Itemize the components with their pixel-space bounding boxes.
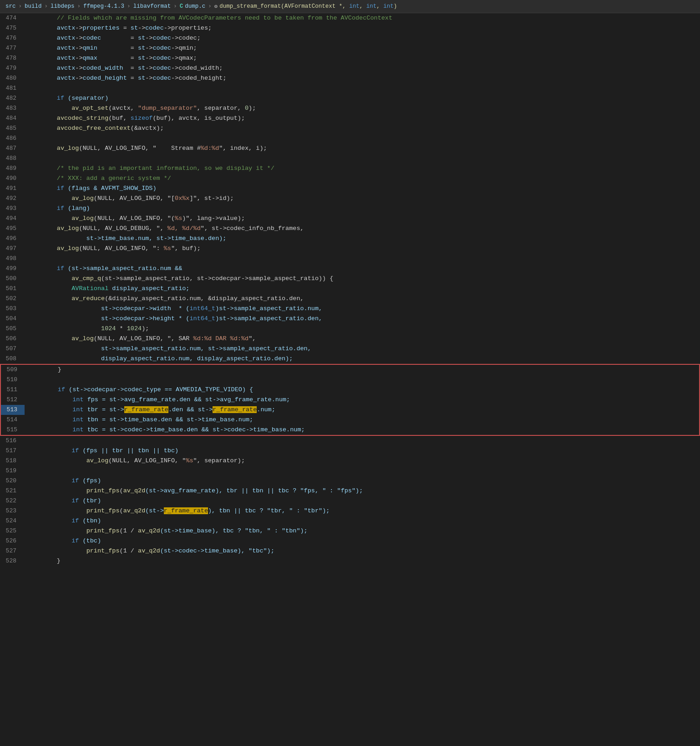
token: = [127, 45, 138, 51]
line-content-521[interactable]: print_fps(av_q2d(st->avg_frame_rate), tb… [24, 486, 700, 496]
line-content-480[interactable]: avctx->coded_height = st->codec->coded_h… [24, 73, 700, 83]
token: (lang) [64, 205, 90, 212]
line-content-483[interactable]: av_opt_set(avctx, "dump_separator", sepa… [24, 103, 700, 113]
line-content-498[interactable] [24, 254, 700, 264]
token: ); [249, 105, 256, 112]
code-line-478: 478 avctx->qmax = st->codec->qmax; [0, 53, 700, 63]
line-content-503[interactable]: st->codecpar->width * (int64_t)st->sampl… [24, 304, 700, 314]
line-content-489[interactable]: /* the pid is an important information, … [24, 164, 700, 174]
line-number-515: 515 [1, 425, 25, 435]
line-content-511[interactable]: if (st->codecpar->codec_type == AVMEDIA_… [25, 385, 699, 395]
line-content-510[interactable] [25, 375, 699, 385]
line-content-505[interactable]: 1024 * 1024); [24, 324, 700, 334]
line-number-494: 494 [0, 214, 24, 224]
token: -> [75, 75, 82, 82]
line-content-487[interactable]: av_log(NULL, AV_LOG_INFO, " Stream #%d:%… [24, 143, 700, 153]
token [27, 145, 57, 152]
function-symbol: ⊙ [214, 3, 218, 10]
line-content-484[interactable]: avcodec_string(buf, sizeof(buf), avctx, … [24, 113, 700, 123]
breadcrumb-libavformat[interactable]: libavformat [133, 3, 171, 10]
line-content-522[interactable]: if (tbr) [24, 496, 700, 506]
line-content-488[interactable] [24, 153, 700, 164]
breadcrumb-file[interactable]: dump.c [185, 3, 205, 10]
breadcrumb-src[interactable]: src [5, 3, 16, 10]
line-content-506[interactable]: av_log(NULL, AV_LOG_INFO, ", SAR %d:%d D… [24, 334, 700, 344]
code-line-509: 509 } [0, 364, 700, 375]
token [27, 215, 71, 222]
line-content-525[interactable]: print_fps(1 / av_q2d(st->time_base), tbc… [24, 526, 700, 536]
line-content-495[interactable]: av_log(NULL, AV_LOG_DEBUG, ", %d, %d/%d"… [24, 224, 700, 234]
line-content-523[interactable]: print_fps(av_q2d(st->r_frame_rate), tbn … [24, 506, 700, 516]
token: (separator) [64, 95, 108, 102]
line-content-479[interactable]: avctx->coded_width = st->codec->coded_wi… [24, 63, 700, 73]
token: avcodec_free_context [57, 125, 131, 132]
token: qmin; [178, 45, 197, 51]
line-content-476[interactable]: avctx->codec = st->codec->codec; [24, 33, 700, 43]
breadcrumb-libdeps[interactable]: libdeps [51, 3, 75, 10]
line-content-502[interactable]: av_reduce(&display_aspect_ratio.num, &di… [24, 294, 700, 304]
line-content-491[interactable]: if (flags & AVFMT_SHOW_IDS) [24, 184, 700, 194]
line-content-501[interactable]: AVRational display_aspect_ratio; [24, 284, 700, 294]
line-number-514: 514 [1, 415, 25, 425]
line-content-486[interactable] [24, 133, 700, 143]
code-line-495: 495 av_log(NULL, AV_LOG_DEBUG, ", %d, %d… [0, 224, 700, 234]
line-content-504[interactable]: st->codecpar->height * (int64_t)st->samp… [24, 314, 700, 324]
token: (tbr) [79, 497, 101, 504]
line-content-507[interactable]: st->sample_aspect_ratio.num, st->sample_… [24, 344, 700, 354]
line-content-497[interactable]: av_log(NULL, AV_LOG_INFO, ": %s", buf); [24, 244, 700, 254]
code-line-491: 491 if (flags & AVFMT_SHOW_IDS) [0, 184, 700, 194]
line-content-478[interactable]: avctx->qmax = st->codec->qmax; [24, 53, 700, 63]
line-content-493[interactable]: if (lang) [24, 204, 700, 214]
token: coded_height [83, 75, 127, 82]
code-line-504: 504 st->codecpar->height * (int64_t)st->… [0, 314, 700, 324]
token: )st->sample_aspect_ratio.den, [215, 315, 322, 322]
line-content-508[interactable]: display_aspect_ratio.num, display_aspect… [24, 354, 700, 364]
token [28, 416, 72, 423]
line-content-527[interactable]: print_fps(1 / av_q2d(st->codec->time_bas… [24, 546, 700, 556]
token: = [127, 55, 138, 61]
line-content-496[interactable]: st->time_base.num, st->time_base.den); [24, 234, 700, 244]
token: %d:%d [193, 335, 212, 342]
line-content-519[interactable] [24, 466, 700, 476]
line-number-496: 496 [0, 234, 24, 244]
token: st [138, 75, 145, 82]
token: av_q2d [123, 507, 146, 514]
function-name: dump_stream_format(AVFormatContext *, in… [219, 3, 397, 10]
line-content-490[interactable]: /* XXX: add a generic system */ [24, 174, 700, 184]
line-number-480: 480 [0, 73, 24, 83]
line-content-514[interactable]: int tbn = st->time_base.den && st->time_… [25, 415, 699, 425]
token: avcodec_string [57, 115, 108, 122]
line-content-526[interactable]: if (tbc) [24, 536, 700, 546]
line-content-513[interactable]: int tbr = st->r_frame_rate.den && st->r_… [25, 405, 699, 415]
line-content-509[interactable]: } [25, 365, 699, 375]
line-content-524[interactable]: if (tbn) [24, 516, 700, 526]
token: 0 [245, 105, 249, 112]
line-content-517[interactable]: if (fps || tbr || tbn || tbc) [24, 446, 700, 456]
breadcrumb-ffmpeg[interactable]: ffmpeg-4.1.3 [83, 3, 124, 10]
line-content-482[interactable]: if (separator) [24, 93, 700, 103]
token: av_log [57, 225, 79, 232]
token [27, 125, 57, 132]
code-line-488: 488 [0, 153, 700, 164]
line-content-518[interactable]: av_log(NULL, AV_LOG_INFO, "%s", separato… [24, 456, 700, 466]
line-content-485[interactable]: avcodec_free_context(&avctx); [24, 123, 700, 133]
line-content-515[interactable]: int tbc = st->codec->time_base.den && st… [25, 425, 699, 435]
code-line-517: 517 if (fps || tbr || tbn || tbc) [0, 446, 700, 456]
line-content-512[interactable]: int fps = st->avg_frame_rate.den && st->… [25, 395, 699, 405]
line-content-500[interactable]: av_cmp_q(st->sample_aspect_ratio, st->co… [24, 274, 700, 284]
line-content-481[interactable] [24, 83, 700, 93]
code-area: 474 // Fields which are missing from AVC… [0, 13, 700, 745]
token: display_aspect_ratio; [108, 285, 189, 292]
token: ", st->codec_info_nb_frames, [201, 225, 304, 232]
line-content-499[interactable]: if (st->sample_aspect_ratio.num && [24, 264, 700, 274]
code-line-479: 479 avctx->coded_width = st->codec->code… [0, 63, 700, 73]
line-content-474[interactable]: // Fields which are missing from AVCodec… [24, 13, 700, 23]
line-content-528[interactable]: } [24, 556, 700, 566]
breadcrumb-build[interactable]: build [25, 3, 42, 10]
line-content-492[interactable]: av_log(NULL, AV_LOG_INFO, "[0x%x]", st->… [24, 194, 700, 204]
line-content-477[interactable]: avctx->qmin = st->codec->qmin; [24, 43, 700, 53]
line-content-520[interactable]: if (fps) [24, 476, 700, 486]
line-content-475[interactable]: avctx->properties = st->codec->propertie… [24, 23, 700, 33]
line-content-494[interactable]: av_log(NULL, AV_LOG_INFO, "(%s)", lang->… [24, 214, 700, 224]
line-content-516[interactable] [24, 436, 700, 446]
